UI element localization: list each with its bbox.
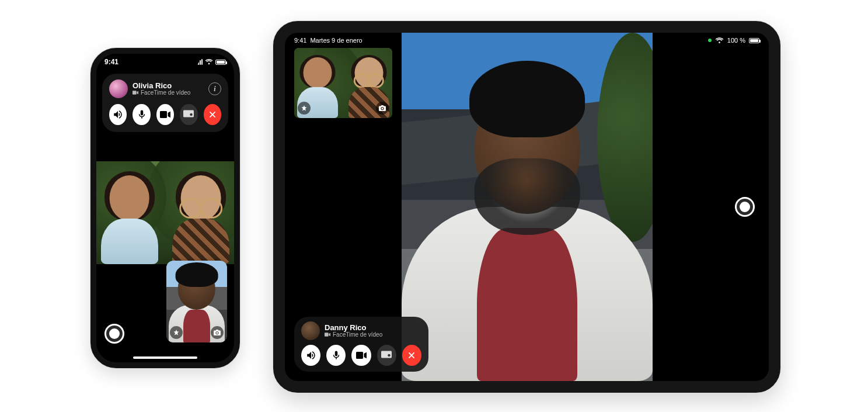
microphone-icon bbox=[137, 109, 147, 120]
self-view-tile[interactable] bbox=[166, 261, 227, 342]
status-time: 9:41 bbox=[104, 58, 118, 66]
share-screen-icon bbox=[183, 110, 194, 119]
mute-button[interactable] bbox=[326, 345, 346, 366]
share-screen-button[interactable] bbox=[180, 104, 197, 125]
camera-button[interactable] bbox=[156, 104, 174, 125]
caller-subtitle: FaceTime de vídeo bbox=[325, 332, 382, 338]
video-icon bbox=[133, 91, 138, 95]
share-screen-button[interactable] bbox=[377, 345, 396, 366]
mute-button[interactable] bbox=[133, 104, 150, 125]
speaker-icon bbox=[306, 350, 316, 361]
camera-icon bbox=[160, 110, 170, 119]
camera-in-use-dot bbox=[708, 39, 712, 42]
close-icon bbox=[407, 351, 416, 359]
iphone-notch bbox=[131, 54, 200, 68]
call-controls bbox=[301, 345, 421, 366]
caller-name: Olivia Rico bbox=[133, 82, 190, 90]
flip-camera-button[interactable] bbox=[376, 102, 389, 115]
end-call-button[interactable] bbox=[204, 104, 221, 125]
status-time: 9:41 bbox=[294, 37, 306, 44]
remote-video-placeholder bbox=[96, 161, 234, 264]
flip-camera-button[interactable] bbox=[211, 326, 224, 339]
caller-subtitle-text: FaceTime de vídeo bbox=[141, 90, 190, 96]
remote-video-tile bbox=[96, 161, 234, 264]
status-bar: 9:41 Martes 9 de enero 100 % bbox=[285, 35, 769, 46]
device-showcase: 9:41 Olivia Rico FaceTime de vídeo bbox=[0, 0, 868, 412]
avatar bbox=[109, 79, 128, 98]
speaker-button[interactable] bbox=[301, 345, 320, 366]
iphone-device: 9:41 Olivia Rico FaceTime de vídeo bbox=[90, 48, 240, 368]
avatar bbox=[301, 321, 320, 340]
battery-icon bbox=[215, 60, 226, 65]
star-icon bbox=[173, 329, 180, 336]
wifi-icon bbox=[205, 59, 213, 65]
self-view-tile[interactable] bbox=[294, 48, 392, 118]
caller-row: Olivia Rico FaceTime de vídeo i bbox=[109, 79, 221, 98]
call-controls bbox=[109, 104, 221, 125]
call-header-card: Danny Rico FaceTime de vídeo bbox=[294, 317, 428, 372]
battery-text: 100 % bbox=[727, 37, 745, 44]
status-date: Martes 9 de enero bbox=[310, 37, 362, 44]
speaker-button[interactable] bbox=[109, 104, 127, 125]
status-right bbox=[196, 59, 226, 65]
effects-button[interactable] bbox=[170, 326, 183, 339]
effects-button[interactable] bbox=[298, 102, 311, 115]
caller-text: Danny Rico FaceTime de vídeo bbox=[325, 324, 382, 338]
speaker-icon bbox=[113, 109, 123, 120]
end-call-button[interactable] bbox=[402, 345, 421, 366]
ipad-device: 9:41 Martes 9 de enero 100 % bbox=[273, 21, 780, 393]
video-icon bbox=[325, 333, 330, 337]
wifi-icon bbox=[715, 37, 724, 44]
remote-video-main bbox=[402, 33, 653, 381]
microphone-icon bbox=[331, 350, 341, 361]
camera-button[interactable] bbox=[351, 345, 371, 366]
close-icon bbox=[208, 110, 217, 119]
camera-icon bbox=[356, 351, 367, 359]
battery-icon bbox=[749, 38, 759, 43]
camera-flip-icon bbox=[214, 330, 221, 335]
live-photo-shutter[interactable]: live-photo bbox=[104, 324, 124, 344]
info-button[interactable]: i bbox=[208, 82, 221, 95]
live-photo-shutter[interactable]: live-photo bbox=[735, 197, 755, 217]
caller-subtitle-text: FaceTime de vídeo bbox=[333, 332, 382, 338]
camera-flip-icon bbox=[379, 105, 386, 111]
call-header-card: Olivia Rico FaceTime de vídeo i bbox=[102, 74, 228, 132]
caller-row: Danny Rico FaceTime de vídeo bbox=[301, 321, 421, 340]
share-screen-icon bbox=[381, 351, 392, 360]
caller-text: Olivia Rico FaceTime de vídeo bbox=[133, 82, 190, 96]
caller-name: Danny Rico bbox=[325, 324, 382, 332]
caller-subtitle: FaceTime de vídeo bbox=[133, 90, 190, 96]
home-indicator[interactable] bbox=[133, 356, 197, 359]
star-icon bbox=[301, 105, 308, 112]
